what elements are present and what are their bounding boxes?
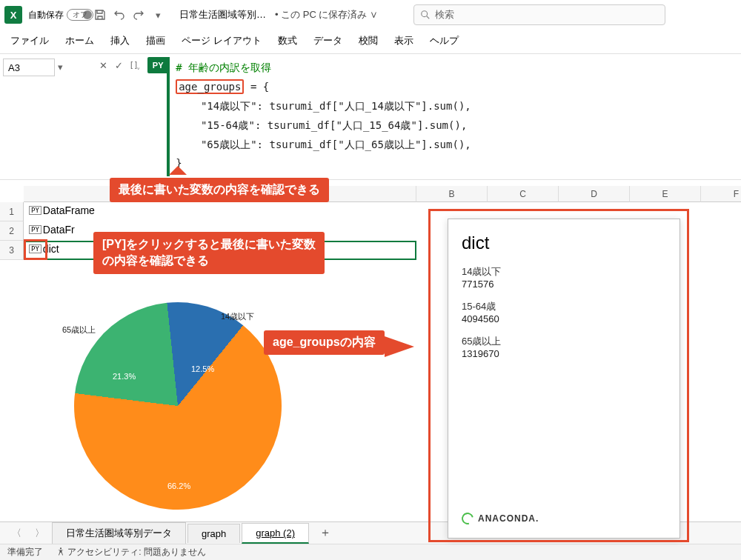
- autosave-label: 自動保存: [28, 9, 64, 21]
- tab-review[interactable]: 校閲: [359, 34, 378, 47]
- cell-a1[interactable]: PY DataFrame: [25, 202, 99, 219]
- col-header-b[interactable]: B: [416, 186, 488, 202]
- tab-draw[interactable]: 描画: [146, 34, 165, 47]
- row-headers: 1 2 3: [0, 202, 24, 260]
- search-box[interactable]: 検索: [413, 4, 665, 25]
- status-accessibility[interactable]: アクセシビリティ: 問題ありません: [56, 546, 206, 559]
- python-mode-icon[interactable]: [ ]ᵥ: [130, 60, 140, 71]
- search-icon: [420, 10, 431, 20]
- title-bar: X 自動保存 オフ ▾ 日常生活圏域等別… • この PC に保存済み ∨ 検索: [0, 0, 741, 30]
- python-code-editor[interactable]: # 年齢の内訳を取得 age_groups = { "14歳以下": tsuru…: [170, 54, 741, 179]
- tab-file[interactable]: ファイル: [10, 34, 49, 47]
- excel-logo: X: [4, 6, 22, 24]
- undo-icon[interactable]: [113, 8, 126, 21]
- tab-formulas[interactable]: 数式: [278, 34, 297, 47]
- svg-line-1: [427, 16, 430, 19]
- autosave-toggle[interactable]: 自動保存 オフ: [28, 9, 87, 21]
- saved-status[interactable]: • この PC に保存済み ∨: [275, 8, 378, 21]
- tab-home[interactable]: ホーム: [65, 34, 94, 47]
- py-badge-icon[interactable]: PY: [29, 244, 41, 253]
- callout-last-variable: 最後に書いた変数の内容を確認できる: [110, 178, 329, 202]
- sheet-tab-0[interactable]: 日常生活圏域等別データ: [52, 522, 186, 544]
- row-header-1[interactable]: 1: [0, 202, 24, 221]
- namebox-chevron-icon[interactable]: ▾: [58, 59, 63, 73]
- pie-chart: 14歳以下 65歳以上 12.5% 66.2% 21.3%: [44, 280, 311, 524]
- dict-row: 15-64歳 4094560: [462, 300, 666, 324]
- dict-row: 65歳以上 1319670: [462, 335, 666, 359]
- svg-point-0: [422, 11, 428, 17]
- toggle-switch[interactable]: [67, 9, 93, 21]
- tab-pagelayout[interactable]: ページ レイアウト: [182, 34, 262, 47]
- cell-a2[interactable]: PY DataFr: [25, 221, 79, 238]
- dict-row: 14歳以下 771576: [462, 265, 666, 290]
- anaconda-brand: ANACONDA.: [462, 513, 666, 524]
- anaconda-icon: [459, 510, 476, 527]
- python-badge: PY: [147, 57, 168, 73]
- enter-icon[interactable]: ✓: [115, 60, 123, 71]
- pie-pct-3: 21.3%: [113, 372, 136, 381]
- col-header-e[interactable]: E: [630, 186, 701, 202]
- ribbon-tabs: ファイル ホーム 挿入 描画 ページ レイアウト 数式 データ 校閲 表示 ヘル…: [0, 30, 741, 54]
- code-gutter: [167, 57, 170, 176]
- redo-icon[interactable]: [132, 8, 145, 21]
- callout-py-click: [PY]をクリックすると最後に書いた変数 の内容を確認できる: [93, 232, 325, 274]
- search-placeholder: 検索: [435, 8, 454, 21]
- name-box[interactable]: [3, 59, 55, 76]
- svg-point-2: [60, 547, 62, 549]
- sheet-tab-2[interactable]: graph (2): [242, 523, 309, 544]
- status-bar: 準備完了 アクセシビリティ: 問題ありません: [0, 544, 741, 560]
- sheet-tab-1[interactable]: graph: [187, 524, 240, 543]
- col-header-d[interactable]: D: [559, 186, 630, 202]
- sheet-prev-icon[interactable]: 〈: [6, 527, 27, 540]
- py-badge-icon[interactable]: PY: [29, 206, 41, 215]
- sheet-next-icon[interactable]: 〉: [29, 527, 50, 540]
- cancel-icon[interactable]: ✕: [99, 60, 107, 71]
- formula-bar-row: ▾ ✕ ✓ [ ]ᵥ PY # 年齢の内訳を取得 age_groups = { …: [0, 54, 741, 180]
- pie-pct-2: 66.2%: [167, 481, 190, 490]
- col-header-c[interactable]: C: [488, 186, 559, 202]
- row-header-2[interactable]: 2: [0, 221, 24, 241]
- qat-dropdown-icon[interactable]: ▾: [151, 8, 165, 21]
- accessibility-icon: [56, 547, 65, 556]
- add-sheet-button[interactable]: ＋: [310, 525, 340, 541]
- callout-age-groups: age_groupsの内容: [264, 330, 385, 355]
- highlighted-variable: age_groups: [176, 79, 244, 94]
- tab-view[interactable]: 表示: [394, 34, 413, 47]
- save-icon[interactable]: [93, 8, 107, 21]
- pie-pct-1: 12.5%: [191, 364, 214, 373]
- pie-label-1: 14歳以下: [221, 311, 254, 322]
- tab-data[interactable]: データ: [313, 34, 342, 47]
- tab-insert[interactable]: 挿入: [110, 34, 130, 47]
- col-header-f[interactable]: F: [701, 186, 741, 202]
- file-name: 日常生活圏域等別…: [179, 8, 266, 21]
- cell-a3[interactable]: PY dict: [25, 241, 63, 257]
- popup-title: dict: [462, 233, 666, 253]
- row-header-3[interactable]: 3: [0, 241, 24, 260]
- tab-help[interactable]: ヘルプ: [430, 34, 459, 47]
- py-badge-icon[interactable]: PY: [29, 225, 41, 234]
- pie-label-2: 65歳以上: [62, 324, 96, 336]
- status-ready: 準備完了: [7, 546, 43, 559]
- python-result-popup: dict 14歳以下 771576 15-64歳 4094560 65歳以上 1…: [448, 219, 680, 539]
